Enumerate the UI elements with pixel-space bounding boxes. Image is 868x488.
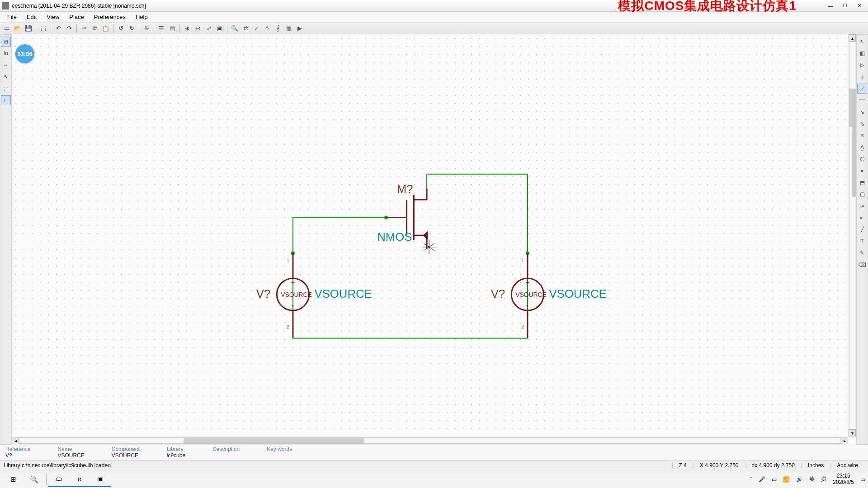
page-settings-icon[interactable]: ⬚ (38, 23, 48, 33)
redo-icon[interactable]: ↷ (64, 23, 74, 33)
tray-time: 23:15 (833, 473, 854, 479)
place-wire-icon[interactable]: ／ (857, 84, 867, 94)
netlist-icon[interactable]: ⇄ (241, 23, 250, 33)
vsource-right-name: VSOURCE (549, 287, 606, 300)
paste-icon[interactable]: 📋 (101, 23, 111, 33)
scroll-down-icon[interactable]: ▾ (849, 429, 856, 436)
nmos-reference: M? (397, 183, 413, 195)
place-globallabel-icon[interactable]: ⬡ (857, 154, 867, 164)
delete-tool-icon[interactable]: ⌫ (857, 260, 867, 270)
zoom-in-icon[interactable]: ⊕ (182, 23, 192, 33)
svg-text:2: 2 (287, 324, 289, 329)
layers-icon[interactable]: ▤ (167, 23, 177, 33)
explorer-taskbar-icon[interactable]: 🗂 (48, 472, 69, 487)
component-info-strip: ReferenceV? NameVSOURCE ComponentVSOURCE… (0, 445, 868, 460)
kicad-taskbar-icon[interactable]: ▣ (90, 472, 111, 487)
grid-toggle-icon[interactable]: ⊞ (1, 37, 11, 47)
menu-preferences[interactable]: Preferences (90, 13, 130, 21)
units-mm-icon[interactable]: ↔ (1, 60, 11, 70)
menu-help[interactable]: Help (131, 13, 152, 21)
tray-mic-icon[interactable]: 🎤 (759, 476, 765, 483)
place-image-icon[interactable]: ✎ (857, 248, 867, 258)
open-icon[interactable]: 📂 (13, 23, 23, 33)
select-tool-icon[interactable]: ↖ (857, 37, 867, 47)
scroll-left-icon[interactable]: ◂ (12, 437, 19, 444)
place-power-icon[interactable]: ⏚ (857, 72, 867, 82)
undo-icon[interactable]: ↶ (53, 23, 63, 33)
scroll-up-icon[interactable]: ▴ (849, 34, 856, 42)
zoom-out-icon[interactable]: ⊖ (193, 23, 203, 33)
lines-45-icon[interactable]: ∟ (1, 95, 11, 105)
tray-ime1[interactable]: 英 (809, 475, 815, 483)
tray-ime2[interactable]: 拼 (821, 475, 826, 483)
undo2-icon[interactable]: ↺ (116, 23, 126, 33)
place-bus-icon[interactable]: 〰 (857, 95, 867, 105)
place-sheet-icon[interactable]: ▢ (857, 189, 867, 199)
vsource-left-inner: VSOURCE (281, 291, 312, 298)
print-icon[interactable]: 🖶 (142, 23, 151, 33)
schematic-canvas[interactable]: 03:06 (12, 34, 856, 445)
place-component-icon[interactable]: ▷ (857, 60, 867, 70)
place-sheet-pin-icon[interactable]: ⇤ (857, 213, 867, 223)
menu-edit[interactable]: Edit (22, 13, 41, 21)
highlight-net-icon[interactable]: ◧ (857, 48, 867, 58)
erc-icon[interactable]: ⚠ (262, 23, 272, 33)
run-icon[interactable]: ▶ (295, 23, 305, 33)
footprint-icon[interactable]: ▦ (284, 23, 294, 33)
separator (76, 24, 77, 33)
taskbar: ⊞ 🔍 🗂 e ▣ ˄ 🎤 ▭ 📶 🔊 英 拼 23:15 2020/8/5 ▭ (0, 470, 868, 488)
place-line-icon[interactable]: ╱ (857, 225, 867, 235)
close-button[interactable]: ✕ (853, 2, 866, 10)
import-sheet-pin-icon[interactable]: ⇥ (857, 201, 867, 211)
search-button[interactable]: 🔍 (24, 472, 44, 487)
place-junction-icon[interactable]: ● (857, 166, 867, 176)
menu-place[interactable]: Place (65, 13, 89, 21)
hidden-pins-icon[interactable]: ◌ (1, 84, 11, 94)
place-noconnect-icon[interactable]: ✕ (857, 131, 867, 141)
separator (113, 24, 113, 33)
tray-clock[interactable]: 23:15 2020/8/5 (833, 473, 854, 486)
zoom-fit-icon[interactable]: ⤢ (204, 23, 214, 33)
tray-battery-icon[interactable]: ▭ (772, 476, 777, 483)
annotate-icon[interactable]: ✓ (251, 23, 261, 33)
tray-notifications-icon[interactable]: ▭ (860, 476, 865, 483)
save-icon[interactable]: 💾 (24, 23, 33, 33)
menu-view[interactable]: View (42, 13, 64, 21)
menu-file[interactable]: File (3, 13, 21, 21)
start-button[interactable]: ⊞ (3, 472, 24, 487)
new-icon[interactable]: ▭ (2, 23, 12, 33)
bom-icon[interactable]: 𝄞 (273, 23, 283, 33)
minimize-button[interactable]: — (824, 2, 837, 10)
status-mode: Add wire (830, 462, 864, 469)
maximize-button[interactable]: ☐ (838, 2, 852, 10)
right-toolbar: ↖ ◧ ▷ ⏚ ／ 〰 ↘ ⇘ ✕ A̲ ⬡ ● ⬒ ▢ ⇥ ⇤ ╱ T ✎ ⌫ (856, 34, 868, 445)
place-bus2bus-icon[interactable]: ⇘ (857, 119, 867, 129)
find-icon[interactable]: 🔍 (230, 23, 240, 33)
info-name-header: Name (57, 446, 84, 452)
tray-chevron-icon[interactable]: ˄ (750, 476, 752, 483)
status-zoom: Z 4 (672, 462, 693, 469)
tray-wifi-icon[interactable]: 📶 (783, 476, 790, 483)
separator (51, 24, 51, 33)
copy-icon[interactable]: ⧉ (90, 23, 100, 33)
status-dxy: dx 4.900 dy 2.750 (745, 462, 801, 469)
zoom-region-icon[interactable]: ▣ (215, 23, 225, 33)
redo2-icon[interactable]: ↻ (127, 23, 137, 33)
cursor-shape-icon[interactable]: ↖ (1, 72, 11, 82)
place-wire2bus-icon[interactable]: ↘ (857, 107, 867, 117)
ie-taskbar-icon[interactable]: e (69, 472, 90, 487)
tray-volume-icon[interactable]: 🔊 (796, 476, 803, 483)
place-hierlabel-icon[interactable]: ⬒ (857, 178, 867, 188)
svg-text:-: - (292, 302, 294, 309)
cut-icon[interactable]: ✂ (79, 23, 89, 33)
svg-text:+: + (526, 279, 529, 286)
app-icon (2, 2, 9, 9)
place-text-icon[interactable]: T (857, 236, 867, 246)
hierarchy-icon[interactable]: ☰ (156, 23, 166, 33)
hscroll-thumb[interactable] (184, 438, 364, 443)
place-netlabel-icon[interactable]: A̲ (857, 142, 867, 152)
units-in-icon[interactable]: In (1, 48, 11, 58)
taskbar-separator (46, 474, 47, 485)
horizontal-scrollbar[interactable]: ◂ ▸ (12, 436, 848, 445)
scroll-right-icon[interactable]: ▸ (841, 437, 848, 444)
